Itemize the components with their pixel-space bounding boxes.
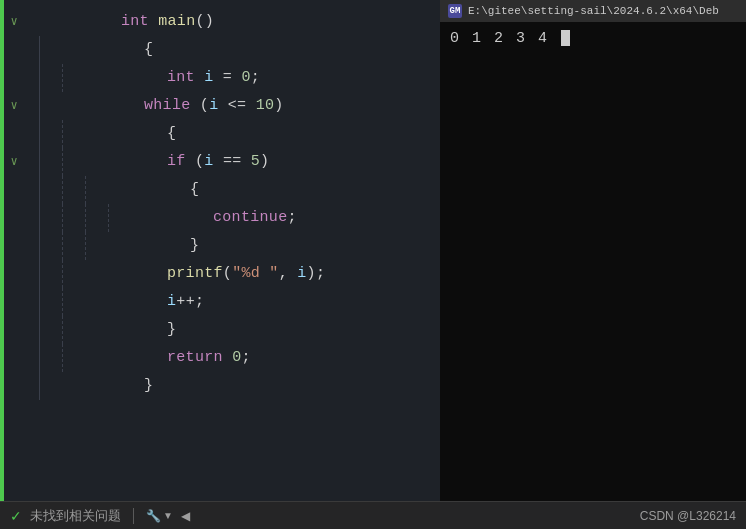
fold-arrow-6[interactable]: ∨ [10,148,17,176]
vline-8-1 [62,204,63,232]
terminal-panel: GM E:\gitee\setting-sail\2024.6.2\x64\De… [440,0,746,501]
attribution-text: CSDN @L326214 [640,509,736,523]
vline-11-1 [62,288,63,316]
terminal-output: 0 1 2 3 4 [450,30,736,47]
fold-arrow-1[interactable]: ∨ [10,8,17,36]
terminal-body[interactable]: 0 1 2 3 4 [440,22,746,501]
vline-13-0 [39,344,40,372]
terminal-cursor [561,30,570,46]
vline-7-1 [62,176,63,204]
fold-arrow-4[interactable]: ∨ [10,92,17,120]
vline-2-0 [39,36,40,64]
gutter-4: ∨ [0,92,28,120]
vline-10-1 [62,260,63,288]
vline-8-2 [85,204,86,232]
vline-7-2 [85,176,86,204]
gutter-1: ∨ [0,8,28,36]
vline-8-0 [39,204,40,232]
vline-4-0 [39,92,40,120]
terminal-icon: GM [448,4,462,18]
code-content: ∨ int main() { int i = 0; [0,0,440,501]
status-wrench-area[interactable]: 🔧 ▼ [146,509,173,523]
status-check-icon: ✓ [10,508,22,524]
vline-12-0 [39,316,40,344]
vline-12-1 [62,316,63,344]
vline-14-0 [39,372,40,400]
vline-6-0 [39,148,40,176]
vline-6-1 [62,148,63,176]
status-divider [133,508,134,524]
terminal-titlebar: GM E:\gitee\setting-sail\2024.6.2\x64\De… [440,0,746,22]
dropdown-arrow: ▼ [163,510,173,521]
status-bar: ✓ 未找到相关问题 🔧 ▼ ◀ CSDN @L326214 [0,501,746,529]
vline-5-0 [39,120,40,148]
line-text-14: } [51,344,440,428]
vline-5-1 [62,120,63,148]
vline-7-0 [39,176,40,204]
vline-10-0 [39,260,40,288]
vline-9-0 [39,232,40,260]
vline-11-0 [39,288,40,316]
gutter-6: ∨ [0,148,28,176]
code-line-14: } [0,372,440,400]
vline-3-0 [39,64,40,92]
wrench-icon: 🔧 [146,509,161,523]
terminal-title: E:\gitee\setting-sail\2024.6.2\x64\Deb [468,5,719,17]
vline-9-1 [62,232,63,260]
nav-arrow-icon[interactable]: ◀ [181,509,190,523]
status-text: 未找到相关问题 [30,507,121,525]
code-panel: ∨ int main() { int i = 0; [0,0,440,501]
